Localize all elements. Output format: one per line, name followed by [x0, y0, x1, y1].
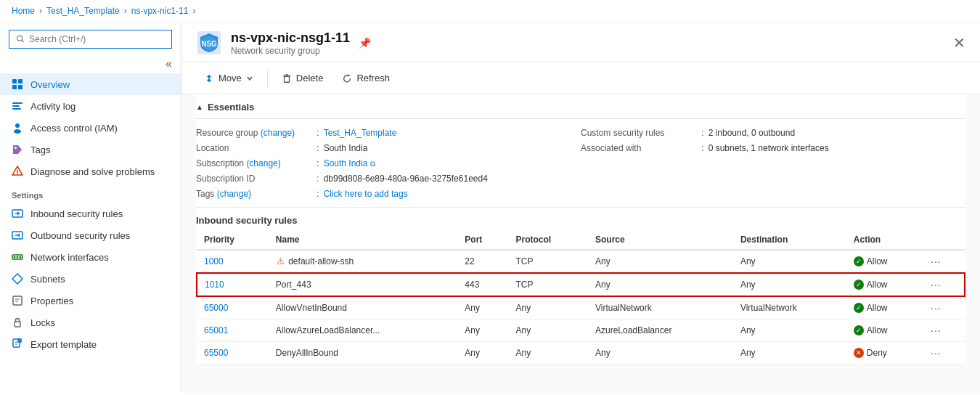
- cell-name: Port_443: [269, 273, 458, 296]
- sidebar-item-tags-label: Tags: [30, 144, 50, 155]
- search-box[interactable]: [9, 30, 172, 49]
- deny-icon: ✕: [854, 348, 864, 358]
- outbound-rules-icon: [12, 229, 23, 241]
- sidebar-item-access-control[interactable]: Access control (IAM): [0, 117, 181, 139]
- move-icon: [204, 73, 214, 84]
- essentials-rg-value[interactable]: Test_HA_Template: [324, 128, 397, 138]
- cell-priority: 1010: [197, 273, 269, 296]
- essentials-resource-group: Resource group (change) : Test_HA_Templa…: [196, 125, 581, 140]
- main-content: NSG ns-vpx-nic-nsg1-11 Network security …: [181, 23, 980, 393]
- essentials-subid-value: db99d808-6e89-480a-96ae-3275fe61eed4: [324, 174, 488, 184]
- table-row[interactable]: 65000 AllowVnetInBound Any Any VirtualNe…: [197, 296, 965, 319]
- sidebar-item-export-label: Export template: [30, 339, 97, 350]
- row-menu-button[interactable]: ···: [931, 347, 942, 359]
- row-menu-button[interactable]: ···: [931, 256, 942, 267]
- breadcrumb-home[interactable]: Home: [12, 6, 35, 16]
- breadcrumb-nic[interactable]: ns-vpx-nic1-11: [131, 6, 189, 16]
- sidebar-item-outbound-label: Outbound security rules: [30, 230, 130, 241]
- network-interfaces-icon: [12, 251, 23, 263]
- sidebar-item-inbound-rules[interactable]: Inbound security rules: [0, 203, 181, 224]
- sidebar-item-outbound-rules[interactable]: Outbound security rules: [0, 224, 181, 246]
- cell-menu[interactable]: ···: [923, 250, 965, 273]
- change-rg-link[interactable]: (change): [261, 128, 295, 138]
- cell-protocol: Any: [509, 296, 588, 319]
- sidebar-item-subnets[interactable]: Subnets: [0, 268, 181, 290]
- change-tags-link[interactable]: (change): [217, 189, 251, 199]
- cell-name: ⚠ default-allow-ssh: [269, 250, 458, 273]
- subnets-icon: [12, 273, 23, 285]
- move-button[interactable]: Move: [196, 68, 261, 88]
- sidebar-item-locks[interactable]: Locks: [0, 311, 181, 333]
- cell-menu[interactable]: ···: [923, 296, 965, 319]
- essentials-header[interactable]: ▲ Essentials: [196, 94, 965, 119]
- cell-action: ✓ Allow: [846, 319, 923, 342]
- collapse-button[interactable]: «: [166, 57, 172, 70]
- sidebar-item-properties[interactable]: Properties: [0, 290, 181, 311]
- cell-menu[interactable]: ···: [923, 342, 965, 365]
- allow-icon: ✓: [854, 256, 864, 266]
- cell-port: 22: [457, 250, 508, 273]
- toolbar: Move Delete Refresh: [181, 62, 980, 94]
- cell-priority: 65500: [197, 342, 269, 365]
- row-menu-button[interactable]: ···: [931, 302, 942, 314]
- refresh-button[interactable]: Refresh: [334, 68, 398, 88]
- search-input[interactable]: [29, 34, 164, 44]
- allow-icon: ✓: [854, 303, 864, 313]
- delete-icon: [282, 73, 292, 84]
- essentials-subid-label: Subscription ID: [196, 174, 312, 184]
- warning-icon: ⚠: [276, 256, 286, 266]
- sidebar-item-activity-log-label: Activity log: [30, 101, 75, 112]
- pin-icon[interactable]: 📌: [359, 37, 371, 49]
- svg-rect-4: [12, 85, 17, 89]
- copy-icon[interactable]: ⧉: [370, 160, 375, 168]
- cell-menu[interactable]: ···: [923, 273, 965, 296]
- svg-rect-29: [15, 322, 20, 327]
- essentials-assoc-value: 0 subnets, 1 network interfaces: [709, 143, 829, 153]
- breadcrumb-template[interactable]: Test_HA_Template: [46, 6, 120, 16]
- svg-marker-40: [348, 73, 351, 76]
- cell-source: Any: [588, 250, 733, 273]
- svg-rect-6: [12, 102, 23, 104]
- change-sub-link[interactable]: (change): [246, 158, 280, 168]
- table-row[interactable]: 1010 Port_443 443 TCP Any Any ✓ Allow ··…: [197, 273, 965, 296]
- locks-icon: [12, 317, 23, 328]
- svg-point-24: [20, 256, 22, 258]
- cell-port: Any: [457, 296, 508, 319]
- sidebar-item-export-template[interactable]: Export template: [0, 333, 181, 355]
- essentials-assoc-label: Associated with: [581, 143, 697, 153]
- essentials-collapse-icon: ▲: [196, 103, 203, 111]
- sidebar-item-access-label: Access control (IAM): [30, 123, 118, 134]
- essentials-tags-value[interactable]: Click here to add tags: [324, 189, 408, 199]
- cell-name: AllowAzureLoadBalancer...: [269, 319, 458, 342]
- cell-protocol: Any: [509, 342, 588, 365]
- sidebar-item-diagnose[interactable]: Diagnose and solve problems: [0, 160, 181, 182]
- essentials-custom-value: 2 inbound, 0 outbound: [709, 128, 795, 138]
- row-menu-button[interactable]: ···: [931, 325, 942, 336]
- svg-rect-26: [13, 296, 22, 305]
- essentials-sub-value[interactable]: South India: [324, 158, 368, 168]
- sidebar-item-network-interfaces[interactable]: Network interfaces: [0, 246, 181, 268]
- table-row[interactable]: 65001 AllowAzureLoadBalancer... Any Any …: [197, 319, 965, 342]
- delete-button[interactable]: Delete: [274, 68, 332, 88]
- close-button[interactable]: ✕: [953, 34, 965, 52]
- sidebar-item-tags[interactable]: Tags: [0, 139, 181, 160]
- cell-menu[interactable]: ···: [923, 319, 965, 342]
- sidebar-item-overview[interactable]: Overview: [0, 73, 181, 95]
- sidebar-item-activity-log[interactable]: Activity log: [0, 95, 181, 117]
- table-row[interactable]: 1000 ⚠ default-allow-ssh 22 TCP Any Any …: [197, 250, 965, 273]
- sidebar-item-locks-label: Locks: [30, 317, 55, 328]
- table-row[interactable]: 65500 DenyAllInBound Any Any Any Any ✕ D…: [197, 342, 965, 365]
- col-priority: Priority: [197, 230, 269, 250]
- refresh-icon: [342, 73, 352, 84]
- chevron-down-icon: [246, 75, 253, 82]
- cell-name: DenyAllInBound: [269, 342, 458, 365]
- svg-point-22: [14, 256, 16, 258]
- cell-destination: Any: [733, 319, 846, 342]
- svg-point-10: [14, 129, 21, 134]
- row-menu-button[interactable]: ···: [931, 279, 942, 290]
- svg-text:NSG: NSG: [201, 40, 217, 48]
- sidebar: « Overview Activity log Access control (…: [0, 23, 181, 393]
- essentials-custom-label: Custom security rules: [581, 128, 697, 138]
- svg-point-12: [15, 147, 17, 149]
- svg-point-14: [17, 174, 18, 175]
